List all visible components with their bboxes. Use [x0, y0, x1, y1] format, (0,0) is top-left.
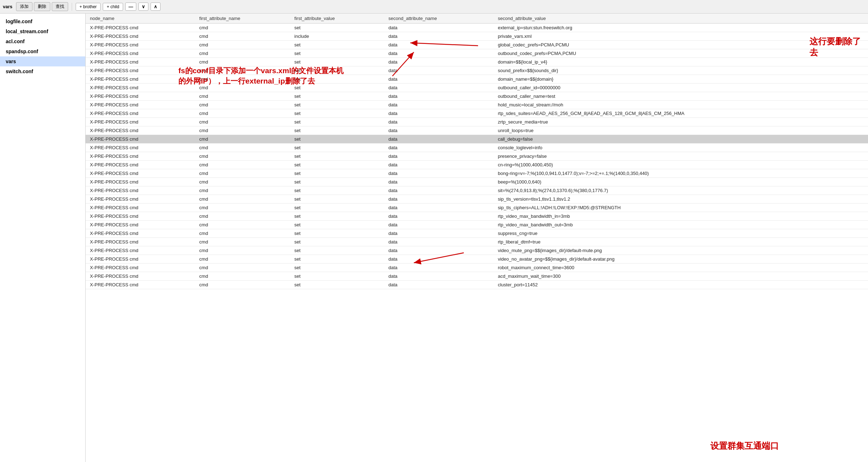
table-cell: data: [384, 126, 494, 135]
table-row[interactable]: X-PRE-PROCESS cmdcmdsetdataoutbound_call…: [86, 84, 868, 92]
table-cell: data: [384, 92, 494, 101]
annotation-bottom: 设置群集互通端口: [710, 440, 779, 451]
table-cell: set: [290, 229, 384, 238]
table-cell: X-PRE-PROCESS cmd: [86, 118, 195, 126]
table-row[interactable]: X-PRE-PROCESS cmdcmdsetdataexternal_ip=s…: [86, 24, 868, 32]
table-cell: data: [384, 66, 494, 75]
child-button[interactable]: + child: [103, 3, 123, 11]
table-cell: set: [290, 186, 384, 195]
find-button[interactable]: 查找: [52, 2, 68, 11]
table-cell: video_no_avatar_png=$${images_dir}/defau…: [493, 255, 868, 263]
table-row[interactable]: X-PRE-PROCESS cmdcmdsetdatarobot_maximum…: [86, 263, 868, 272]
table-cell: X-PRE-PROCESS cmd: [86, 204, 195, 212]
table-cell: suppress_cng=true: [493, 229, 868, 238]
table-cell: X-PRE-PROCESS cmd: [86, 32, 195, 41]
table-cell: data: [384, 135, 494, 144]
table-header-row: node_name first_attribute_name first_att…: [86, 14, 868, 24]
table-cell: set: [290, 212, 384, 221]
table-row[interactable]: X-PRE-PROCESS cmdcmdsetdatasip_tls_versi…: [86, 195, 868, 204]
table-row[interactable]: X-PRE-PROCESS cmdcmdsetdatartp_liberal_d…: [86, 238, 868, 246]
table-cell: X-PRE-PROCESS cmd: [86, 152, 195, 161]
table-cell: X-PRE-PROCESS cmd: [86, 49, 195, 58]
table-row[interactable]: X-PRE-PROCESS cmdcmdsetdatartp_video_max…: [86, 212, 868, 221]
table-row[interactable]: X-PRE-PROCESS cmdcmdsetdatadomain=$${loc…: [86, 58, 868, 66]
table-cell: cmd: [195, 212, 290, 221]
table-cell: data: [384, 195, 494, 204]
table-row[interactable]: X-PRE-PROCESS cmdcmdsetdatapresence_priv…: [86, 152, 868, 161]
table-cell: X-PRE-PROCESS cmd: [86, 92, 195, 101]
table-cell: X-PRE-PROCESS cmd: [86, 272, 195, 281]
sidebar-item-switch-conf[interactable]: switch.conf: [0, 66, 85, 76]
table-row[interactable]: X-PRE-PROCESS cmdcmdsetdatasound_prefix=…: [86, 66, 868, 75]
delete-button[interactable]: 删除: [34, 2, 50, 11]
table-cell: set: [290, 118, 384, 126]
table-row[interactable]: X-PRE-PROCESS cmdcmdsetdatazrtp_secure_m…: [86, 118, 868, 126]
table-cell: data: [384, 204, 494, 212]
col-first-attr-value: first_attribute_value: [290, 14, 384, 24]
table-row[interactable]: X-PRE-PROCESS cmdcmdincludedataprivate_v…: [86, 32, 868, 41]
table-row[interactable]: X-PRE-PROCESS cmdcmdsetdatavideo_no_avat…: [86, 255, 868, 263]
table-row[interactable]: X-PRE-PROCESS cmdcmdsetdataoutbound_code…: [86, 49, 868, 58]
sidebar: logfile.conflocal_stream.confacl.confspa…: [0, 14, 86, 462]
table-row[interactable]: X-PRE-PROCESS cmdcmdsetdataconsole_logle…: [86, 144, 868, 152]
table-cell: set: [290, 109, 384, 118]
table-row[interactable]: X-PRE-PROCESS cmdcmdsetdatartp_sdes_suit…: [86, 109, 868, 118]
table-cell: cmd: [195, 186, 290, 195]
table-row[interactable]: X-PRE-PROCESS cmdcmdsetdatasip_tls_ciphe…: [86, 204, 868, 212]
table-cell: cmd: [195, 238, 290, 246]
up-button[interactable]: ∧: [151, 2, 161, 11]
table-cell: data: [384, 212, 494, 221]
table-row[interactable]: X-PRE-PROCESS cmdcmdsetdatacluster_port=…: [86, 281, 868, 289]
down-button[interactable]: ∨: [138, 2, 148, 11]
table-cell: X-PRE-PROCESS cmd: [86, 255, 195, 263]
sidebar-item-acl-conf[interactable]: acl.conf: [0, 36, 85, 46]
table-cell: cmd: [195, 246, 290, 255]
table-cell: set: [290, 221, 384, 229]
table-cell: X-PRE-PROCESS cmd: [86, 186, 195, 195]
table-row[interactable]: X-PRE-PROCESS cmdcmdsetdataunroll_loops=…: [86, 126, 868, 135]
toolbar-right: + brother + child — ∨ ∧: [76, 2, 161, 11]
sidebar-item-logfile-conf[interactable]: logfile.conf: [0, 16, 85, 26]
table-cell: domain=$${local_ip_v4}: [493, 58, 868, 66]
add-button[interactable]: 添加: [16, 2, 32, 11]
table-row[interactable]: X-PRE-PROCESS cmdcmdsetdatartp_video_max…: [86, 221, 868, 229]
table-row[interactable]: X-PRE-PROCESS cmdcmdsetdatavideo_mute_pn…: [86, 246, 868, 255]
table-cell: bong-ring=v=-7;%(100,0,941.0,1477.0);v=-…: [493, 169, 868, 178]
table-cell: hold_music=local_stream://moh: [493, 101, 868, 109]
table-cell: X-PRE-PROCESS cmd: [86, 144, 195, 152]
table-cell: cluster_port=11452: [493, 281, 868, 289]
table-row[interactable]: X-PRE-PROCESS cmdcmdsetdatadomain_name=$…: [86, 75, 868, 84]
table-row[interactable]: X-PRE-PROCESS cmdcmdsetdatahold_music=lo…: [86, 101, 868, 109]
sidebar-item-spandsp-conf[interactable]: spandsp.conf: [0, 46, 85, 56]
table-cell: X-PRE-PROCESS cmd: [86, 41, 195, 49]
table-cell: set: [290, 92, 384, 101]
col-first-attr-name: first_attribute_name: [195, 14, 290, 24]
table-row[interactable]: X-PRE-PROCESS cmdcmdsetdataacd_maximum_w…: [86, 272, 868, 281]
table-cell: data: [384, 58, 494, 66]
minus-button[interactable]: —: [125, 2, 136, 11]
table-row[interactable]: X-PRE-PROCESS cmdcmdsetdatabeep=%(1000,0…: [86, 178, 868, 186]
table-row[interactable]: X-PRE-PROCESS cmdcmdsetdataglobal_codec_…: [86, 41, 868, 49]
table-cell: cmd: [195, 281, 290, 289]
col-second-attr-value: second_attribute_value: [493, 14, 868, 24]
table-row[interactable]: X-PRE-PROCESS cmdcmdsetdatacn-ring=%(100…: [86, 161, 868, 169]
table-cell: X-PRE-PROCESS cmd: [86, 126, 195, 135]
table-cell: data: [384, 49, 494, 58]
sidebar-item-vars[interactable]: vars: [0, 56, 85, 66]
table-row[interactable]: X-PRE-PROCESS cmdcmdsetdatacall_debug=fa…: [86, 135, 868, 144]
table-cell: X-PRE-PROCESS cmd: [86, 75, 195, 84]
table-cell: set: [290, 263, 384, 272]
table-row[interactable]: X-PRE-PROCESS cmdcmdsetdatabong-ring=v=-…: [86, 169, 868, 178]
table-cell: data: [384, 272, 494, 281]
table-cell: set: [290, 41, 384, 49]
table-row[interactable]: X-PRE-PROCESS cmdcmdsetdatasuppress_cng=…: [86, 229, 868, 238]
brother-button[interactable]: + brother: [76, 3, 101, 11]
sidebar-item-local_stream-conf[interactable]: local_stream.conf: [0, 26, 85, 36]
table-cell: rtp_video_max_bandwidth_out=3mb: [493, 221, 868, 229]
table-cell: set: [290, 49, 384, 58]
table-cell: data: [384, 169, 494, 178]
table-row[interactable]: X-PRE-PROCESS cmdcmdsetdatasit=%(274,0,9…: [86, 186, 868, 195]
table-cell: global_codec_prefs=PCMA,PCMU: [493, 41, 868, 49]
table-cell: outbound_caller_id=00000000: [493, 84, 868, 92]
table-row[interactable]: X-PRE-PROCESS cmdcmdsetdataoutbound_call…: [86, 92, 868, 101]
